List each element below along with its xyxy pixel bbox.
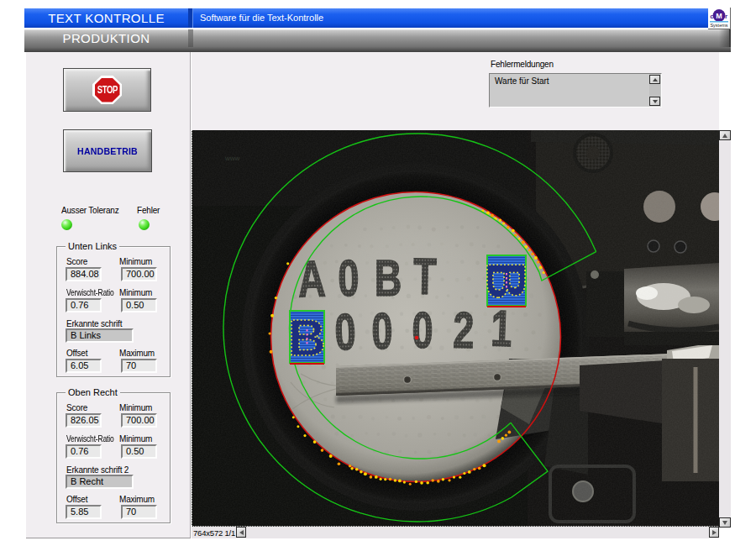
svg-text:B: B (288, 308, 326, 366)
svg-text:Systems: Systems (710, 23, 727, 28)
svg-text:M: M (716, 12, 722, 20)
svg-text:r: r (725, 13, 727, 20)
svg-text:B: B (475, 261, 536, 300)
